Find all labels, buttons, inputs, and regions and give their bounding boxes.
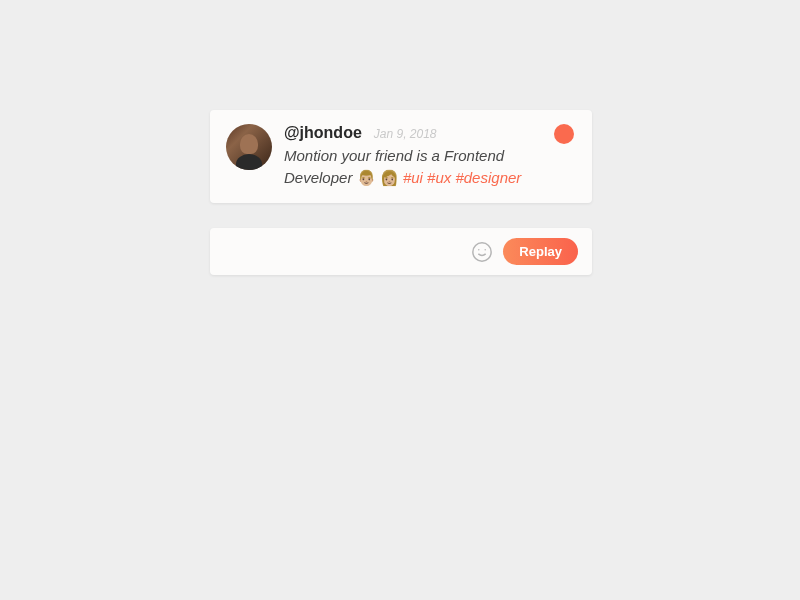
svg-point-1: [478, 248, 479, 249]
action-bar: Replay: [210, 228, 592, 275]
post-emojis: 👨🏼 👩🏼: [357, 169, 399, 186]
smiley-icon[interactable]: [471, 241, 493, 263]
status-dot-icon[interactable]: [554, 124, 574, 144]
replay-button[interactable]: Replay: [503, 238, 578, 265]
username[interactable]: @jhondoe: [284, 124, 362, 142]
avatar[interactable]: [226, 124, 272, 170]
svg-point-0: [473, 242, 491, 260]
svg-point-2: [485, 248, 486, 249]
post-content: @jhondoe Jan 9, 2018 Montion your friend…: [284, 124, 576, 189]
post-card: @jhondoe Jan 9, 2018 Montion your friend…: [210, 110, 592, 203]
username-line: @jhondoe Jan 9, 2018: [284, 124, 576, 142]
post-hashtags[interactable]: #ui #ux #designer: [403, 169, 521, 186]
post-date: Jan 9, 2018: [374, 127, 437, 141]
post-header: @jhondoe Jan 9, 2018 Montion your friend…: [226, 124, 576, 189]
post-text: Montion your friend is a Frontend Develo…: [284, 145, 576, 189]
